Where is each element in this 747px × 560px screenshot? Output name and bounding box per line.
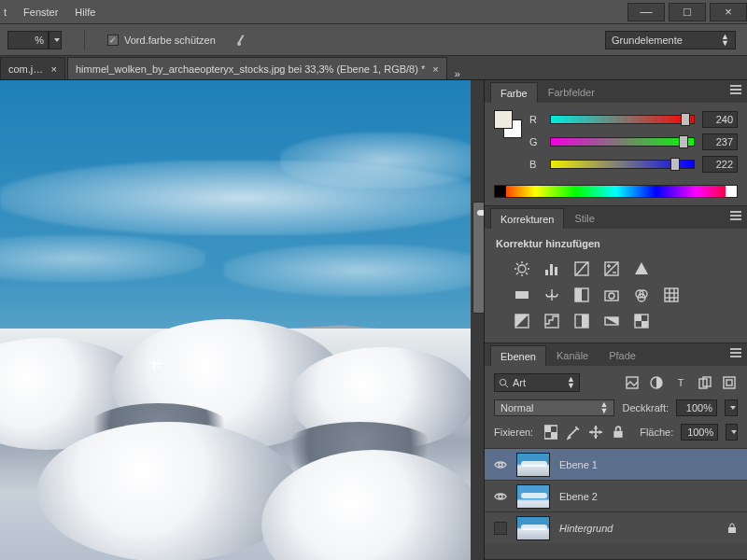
lock-transparency-icon[interactable] <box>544 426 557 439</box>
visibility-toggle-icon[interactable] <box>494 490 507 503</box>
protect-foreground-checkbox[interactable]: ✓ Vord.farbe schützen <box>107 35 216 46</box>
color-lookup-icon[interactable] <box>662 287 681 303</box>
curves-icon[interactable] <box>572 260 591 277</box>
panel-menu-icon[interactable] <box>730 211 741 220</box>
menu-truncated[interactable]: t <box>4 7 7 18</box>
gradient-map-icon[interactable] <box>602 313 621 329</box>
fill-stepper[interactable] <box>726 424 738 441</box>
selective-color-icon[interactable] <box>632 313 651 329</box>
g-label: G <box>529 136 543 147</box>
filter-shape-icon[interactable] <box>697 374 713 391</box>
levels-icon[interactable] <box>543 260 561 277</box>
minimize-button[interactable]: — <box>627 3 665 21</box>
posterize-icon[interactable] <box>543 313 561 329</box>
exposure-icon[interactable] <box>602 260 621 277</box>
filter-pixel-icon[interactable] <box>624 374 641 391</box>
b-value-input[interactable]: 222 <box>702 156 738 173</box>
svg-rect-28 <box>665 288 678 301</box>
layer-name[interactable]: Ebene 2 <box>559 491 738 502</box>
visibility-toggle-icon[interactable] <box>494 458 507 471</box>
color-spectrum-bar[interactable] <box>494 185 738 198</box>
tab-kanaele[interactable]: Kanäle <box>546 345 599 366</box>
threshold-icon[interactable] <box>572 313 591 329</box>
photo-filter-icon[interactable] <box>602 287 621 303</box>
black-white-icon[interactable] <box>572 287 591 303</box>
maximize-button[interactable]: □ <box>669 3 706 21</box>
close-tab-icon[interactable]: × <box>432 63 438 75</box>
layer-filter-dropdown[interactable]: Art ▲▼ <box>494 373 580 392</box>
canvas-image <box>0 80 482 560</box>
layer-row[interactable]: Ebene 2 <box>485 480 747 511</box>
opacity-stepper[interactable] <box>725 399 738 416</box>
tab-ebenen[interactable]: Ebenen <box>490 345 546 366</box>
lock-label: Fixieren: <box>494 427 533 438</box>
svg-text:T: T <box>678 377 684 388</box>
svg-point-0 <box>518 265 526 273</box>
vibrance-icon[interactable] <box>632 260 651 277</box>
panel-menu-icon[interactable] <box>730 85 741 94</box>
vertical-scrollbar[interactable] <box>471 80 484 560</box>
canvas-viewport[interactable] <box>0 80 484 560</box>
scrollbar-thumb[interactable] <box>472 202 484 314</box>
tab-farbe[interactable]: Farbe <box>490 82 538 103</box>
layer-row[interactable]: Ebene 1 <box>485 448 747 480</box>
opacity-input[interactable]: 100% <box>676 399 717 416</box>
r-slider[interactable] <box>550 115 695 124</box>
layer-name[interactable]: Hintergrund <box>559 523 717 534</box>
document-tab-label: com.jpg <box>8 63 44 75</box>
protect-foreground-label: Vord.farbe schützen <box>124 35 216 46</box>
menu-hilfe[interactable]: Hilfe <box>75 7 95 18</box>
fg-bg-swatch[interactable] <box>494 110 522 138</box>
layer-row[interactable]: Hintergrund <box>485 511 747 543</box>
lock-pixels-icon[interactable] <box>567 426 580 439</box>
filter-adjust-icon[interactable] <box>648 374 665 391</box>
tab-pfade[interactable]: Pfade <box>599 345 646 366</box>
svg-point-63 <box>499 495 502 498</box>
lock-icon <box>726 523 738 534</box>
g-slider[interactable] <box>550 137 695 147</box>
menu-fenster[interactable]: Fenster <box>23 7 58 18</box>
color-balance-icon[interactable] <box>543 287 561 303</box>
filter-type-icon[interactable]: T <box>672 374 689 391</box>
tab-korrekturen[interactable]: Korrekturen <box>490 208 564 229</box>
lock-all-icon[interactable] <box>612 426 625 439</box>
flow-percent-input[interactable]: % <box>7 31 49 49</box>
blend-mode-dropdown[interactable]: Normal ▲▼ <box>494 399 614 416</box>
close-tab-icon[interactable]: × <box>51 63 57 75</box>
svg-line-5 <box>516 263 518 265</box>
g-slider-row: G 237 <box>529 133 738 151</box>
foreground-color-swatch[interactable] <box>494 110 513 129</box>
svg-marker-58 <box>594 436 599 440</box>
b-slider[interactable] <box>550 160 695 169</box>
invert-icon[interactable] <box>513 313 531 329</box>
flow-percent-stepper[interactable] <box>49 31 62 49</box>
filter-smart-icon[interactable] <box>721 374 738 391</box>
fill-input[interactable]: 100% <box>681 424 718 441</box>
tab-farbfelder[interactable]: Farbfelder <box>538 82 605 103</box>
layer-thumbnail <box>516 516 550 540</box>
g-value-input[interactable]: 237 <box>702 133 738 150</box>
layer-name[interactable]: Ebene 1 <box>559 459 738 470</box>
brightness-contrast-icon[interactable] <box>513 260 531 277</box>
window-controls: — □ × <box>624 3 747 21</box>
color-panel-tabs: Farbe Farbfelder <box>485 80 747 103</box>
r-value-input[interactable]: 240 <box>702 111 738 128</box>
lock-position-icon[interactable] <box>589 426 602 439</box>
visibility-toggle-icon[interactable] <box>494 522 507 535</box>
close-button[interactable]: × <box>710 3 747 21</box>
channel-mixer-icon[interactable] <box>632 287 651 303</box>
tab-overflow-icon[interactable]: » <box>455 68 460 79</box>
hue-sat-icon[interactable] <box>513 287 531 303</box>
opacity-label: Deckkraft: <box>622 402 669 413</box>
workspace-dropdown[interactable]: Grundelemente ▲▼ <box>605 31 736 49</box>
tab-stile[interactable]: Stile <box>564 208 604 229</box>
fill-label: Fläche: <box>640 427 673 438</box>
svg-marker-60 <box>599 430 603 435</box>
pressure-brush-icon[interactable] <box>233 33 247 48</box>
document-tab-active[interactable]: himmel_wolken_by_archaeopteryx_stocks.jp… <box>67 57 447 79</box>
panel-menu-icon[interactable] <box>730 348 741 357</box>
workspace-label: Grundelemente <box>612 35 683 46</box>
b-slider-row: B 222 <box>529 155 738 174</box>
svg-line-8 <box>516 273 518 274</box>
document-tab-inactive[interactable]: com.jpg × <box>0 57 65 79</box>
